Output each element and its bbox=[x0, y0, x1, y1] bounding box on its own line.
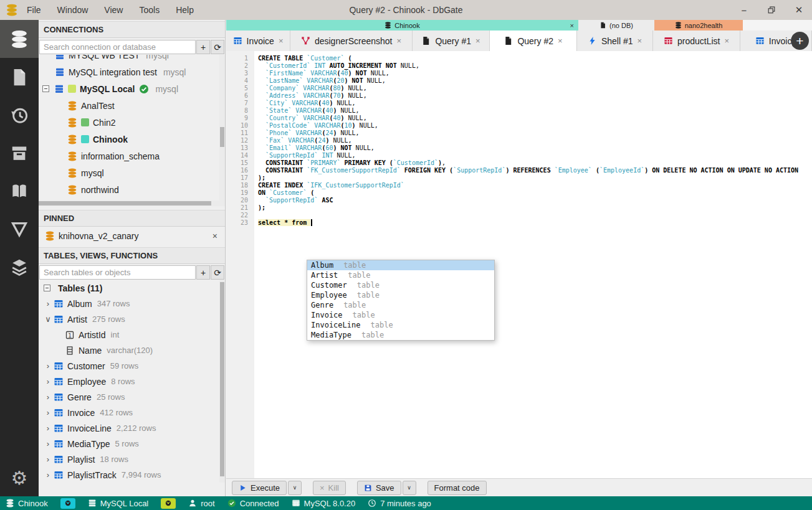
collapse-toggle-icon[interactable] bbox=[42, 85, 49, 92]
funnel-icon[interactable] bbox=[0, 210, 39, 248]
chevron-right-icon[interactable]: › bbox=[44, 361, 52, 371]
book-icon[interactable] bbox=[0, 172, 39, 210]
table-item[interactable]: ›Playlist18 rows bbox=[39, 451, 219, 467]
menu-file[interactable]: File bbox=[27, 5, 41, 15]
table-item[interactable]: ›InvoiceLine2,212 rows bbox=[39, 420, 219, 436]
server-version[interactable]: MySQL 8.0.20 bbox=[292, 499, 356, 508]
minimize-icon[interactable]: − bbox=[737, 3, 751, 17]
file-icon[interactable] bbox=[0, 58, 39, 96]
table-item[interactable]: ›MediaType5 rows bbox=[39, 436, 219, 451]
new-tab-button[interactable]: + bbox=[791, 32, 809, 50]
last-activity[interactable]: 7 minutes ago bbox=[368, 499, 431, 508]
connection-item[interactable]: information_schema bbox=[39, 148, 219, 164]
close-tab-icon[interactable]: × bbox=[279, 36, 284, 45]
close-tab-icon[interactable]: × bbox=[638, 36, 642, 45]
autocomplete-item[interactable]: MediaTypetable bbox=[307, 330, 494, 340]
unpin-icon[interactable]: × bbox=[213, 231, 217, 241]
dropdown-chevron-icon[interactable]: ∨ bbox=[403, 481, 416, 495]
tab-designerscreenshot[interactable]: designerScreenshot× bbox=[290, 31, 413, 51]
tables-search-input[interactable] bbox=[39, 265, 196, 280]
tab-group--no-db-: (no DB) bbox=[578, 20, 654, 31]
close-tab-icon[interactable]: × bbox=[724, 36, 729, 45]
chevron-right-icon[interactable]: › bbox=[44, 408, 52, 417]
autocomplete-item[interactable]: Genretable bbox=[307, 300, 494, 310]
connections-search-input[interactable] bbox=[39, 40, 196, 54]
format-code-button[interactable]: Format code bbox=[427, 481, 487, 495]
menu-window[interactable]: Window bbox=[57, 5, 88, 15]
tables-group-row[interactable]: Tables (11) bbox=[39, 280, 219, 296]
execute-button[interactable]: Execute bbox=[232, 481, 287, 495]
save-button[interactable]: Save bbox=[357, 481, 401, 495]
current-user[interactable]: root bbox=[188, 499, 214, 508]
chevron-right-icon[interactable]: › bbox=[44, 439, 52, 448]
close-tab-icon[interactable]: × bbox=[475, 36, 480, 45]
menu-help[interactable]: Help bbox=[176, 5, 194, 15]
tab-group-nano2health: nano2health bbox=[654, 20, 743, 31]
autocomplete-item[interactable]: Artisttable bbox=[307, 270, 494, 280]
db-dark-icon bbox=[675, 22, 682, 29]
connection-color-swatch[interactable] bbox=[161, 498, 176, 509]
table-item[interactable]: ∨Artist275 rows bbox=[39, 311, 219, 327]
tab-query-2[interactable]: Query #2× bbox=[490, 31, 577, 51]
archive-icon[interactable] bbox=[0, 134, 39, 172]
connection-status[interactable]: Connected bbox=[227, 499, 279, 508]
refresh-connections-icon[interactable]: ⟳ bbox=[211, 40, 224, 54]
tab-shell-1[interactable]: Shell #1× bbox=[577, 31, 653, 51]
table-item[interactable]: ›Genre25 rows bbox=[39, 389, 219, 405]
chevron-right-icon[interactable]: › bbox=[44, 470, 52, 479]
history-icon[interactable] bbox=[0, 96, 39, 134]
close-tab-icon[interactable]: × bbox=[558, 36, 563, 45]
menu-view[interactable]: View bbox=[104, 5, 123, 15]
chevron-right-icon[interactable]: › bbox=[44, 377, 52, 386]
connection-item[interactable]: MySQL integration testmysql bbox=[39, 64, 219, 80]
gear-icon[interactable]: ⚙ bbox=[0, 463, 39, 493]
autocomplete-item[interactable]: Employeetable bbox=[307, 290, 494, 300]
column-item[interactable]: Namevarchar(120) bbox=[39, 342, 219, 358]
autocomplete-item[interactable]: Customertable bbox=[307, 280, 494, 290]
connection-item[interactable]: Chin2 bbox=[39, 114, 219, 131]
chevron-right-icon[interactable]: › bbox=[44, 423, 52, 433]
dropdown-chevron-icon[interactable]: ∨ bbox=[288, 481, 302, 495]
sql-editor[interactable]: 1234567891011121314151617181920212223 CR… bbox=[226, 51, 812, 478]
database-color-swatch[interactable] bbox=[60, 498, 75, 509]
chevron-down-icon[interactable]: ∨ bbox=[44, 314, 52, 324]
connection-item[interactable]: Chinook bbox=[39, 131, 219, 148]
pinned-item[interactable]: knihovna_v2_canary× bbox=[39, 227, 225, 244]
table-item[interactable]: ›PlaylistTrack7,994 rows bbox=[39, 467, 219, 483]
collapse-toggle-icon[interactable] bbox=[44, 285, 50, 291]
tab-productlist[interactable]: productList× bbox=[653, 31, 740, 51]
connections-hscrollbar[interactable] bbox=[39, 201, 219, 206]
autocomplete-item[interactable]: InvoiceLinetable bbox=[307, 320, 494, 330]
current-database[interactable]: Chinook bbox=[6, 499, 48, 508]
column-item[interactable]: 1ArtistIdint bbox=[39, 327, 219, 342]
close-tab-icon[interactable]: × bbox=[396, 36, 401, 45]
tab-invoice[interactable]: Invoice× bbox=[226, 31, 290, 51]
close-icon[interactable]: ✕ bbox=[792, 3, 806, 17]
table-item[interactable]: ›Employee8 rows bbox=[39, 374, 219, 389]
autocomplete-item[interactable]: Albumtable bbox=[307, 260, 494, 270]
tab-query-1[interactable]: Query #1× bbox=[413, 31, 490, 51]
connection-item[interactable]: AnalTest bbox=[39, 97, 219, 114]
database-icon[interactable] bbox=[0, 20, 39, 58]
current-connection[interactable]: MySQL Local bbox=[88, 499, 149, 508]
connection-item[interactable]: MYSQL WB TESTmysql bbox=[39, 55, 219, 64]
refresh-tables-icon[interactable]: ⟳ bbox=[211, 265, 224, 280]
restore-icon[interactable] bbox=[765, 3, 778, 17]
table-item[interactable]: ›Customer59 rows bbox=[39, 358, 219, 374]
close-group-icon[interactable]: × bbox=[570, 22, 574, 29]
layers-icon[interactable] bbox=[0, 248, 39, 286]
connection-item[interactable]: mysql bbox=[39, 164, 219, 181]
tables-vscrollbar[interactable] bbox=[219, 280, 225, 483]
connection-item[interactable]: northwind bbox=[39, 181, 219, 198]
add-table-button[interactable]: + bbox=[196, 265, 210, 280]
autocomplete-item[interactable]: Invoicetable bbox=[307, 310, 494, 320]
chevron-right-icon[interactable]: › bbox=[44, 392, 52, 402]
table-item[interactable]: ›Album347 rows bbox=[39, 296, 219, 311]
connection-item[interactable]: MySQL Localmysql bbox=[39, 80, 219, 97]
table-item[interactable]: ›Invoice412 rows bbox=[39, 405, 219, 420]
menu-tools[interactable]: Tools bbox=[139, 5, 160, 15]
connections-vscrollbar[interactable] bbox=[219, 55, 225, 206]
add-connection-button[interactable]: + bbox=[196, 40, 210, 54]
chevron-right-icon[interactable]: › bbox=[44, 455, 52, 464]
chevron-right-icon[interactable]: › bbox=[44, 299, 52, 308]
